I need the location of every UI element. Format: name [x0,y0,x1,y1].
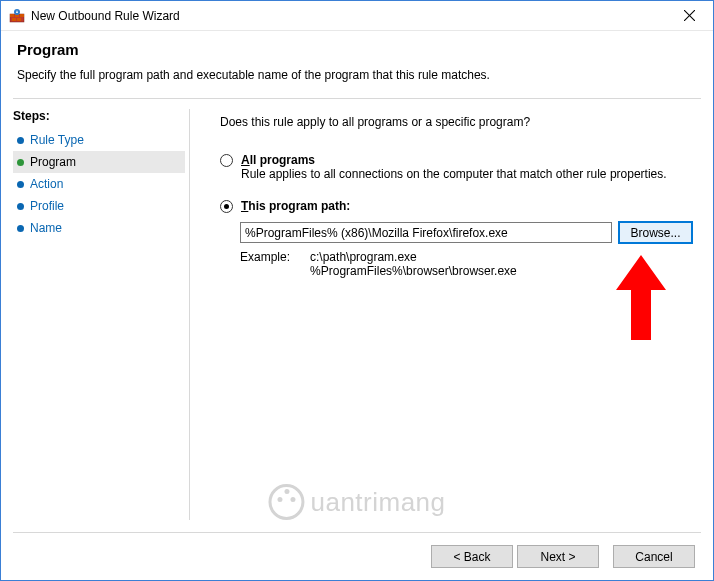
next-button[interactable]: Next > [517,545,599,568]
window-title: New Outbound Rule Wizard [31,9,669,23]
step-program[interactable]: Program [13,151,185,173]
step-name[interactable]: Name [13,217,185,239]
option-this-path[interactable]: This program path: [220,199,693,213]
steps-sidebar: Steps: Rule Type Program Action Profile … [1,99,189,530]
svg-rect-2 [10,14,14,17]
titlebar: New Outbound Rule Wizard [1,1,713,31]
bullet-icon [17,225,24,232]
option-all-mnemonic: A [241,153,250,167]
browse-button[interactable]: Browse... [618,221,693,244]
option-all-desc: Rule applies to all connections on the c… [241,167,667,181]
firewall-icon [9,8,25,24]
step-label: Profile [30,199,64,213]
option-all-label-wrap: All programs Rule applies to all connect… [241,153,667,181]
step-label: Name [30,221,62,235]
page-description: Specify the full program path and execut… [17,68,697,82]
step-label: Action [30,177,63,191]
button-bar: < Back Next > Cancel [13,532,701,580]
option-this-label-wrap: This program path: [241,199,350,213]
back-button[interactable]: < Back [431,545,513,568]
radio-all-programs[interactable] [220,154,233,167]
example-row: Example: c:\path\program.exe %ProgramFil… [240,250,693,278]
option-all-programs-block: All programs Rule applies to all connect… [220,153,693,181]
bullet-icon [17,203,24,210]
main-pane: Does this rule apply to all programs or … [190,99,713,530]
option-this-label: This program path: [241,199,350,213]
close-icon [684,10,695,21]
option-this-path-block: This program path: Browse... Example: c:… [220,199,693,278]
radio-this-path[interactable] [220,200,233,213]
program-path-row: Browse... [240,221,693,244]
step-rule-type[interactable]: Rule Type [13,129,185,151]
example-text: c:\path\program.exe %ProgramFiles%\brows… [310,250,517,278]
cancel-button[interactable]: Cancel [613,545,695,568]
step-label: Rule Type [30,133,84,147]
svg-rect-4 [20,14,24,17]
option-all-label: All programs [241,153,315,167]
svg-rect-6 [17,18,21,21]
close-button[interactable] [669,2,709,30]
program-path-input[interactable] [240,222,612,243]
wizard-body: Steps: Rule Type Program Action Profile … [1,99,713,530]
option-all-label-rest: ll programs [250,153,315,167]
svg-rect-5 [12,18,16,21]
main-prompt: Does this rule apply to all programs or … [220,115,693,129]
bullet-icon [17,159,24,166]
steps-heading: Steps: [13,109,185,123]
wizard-window: New Outbound Rule Wizard Program Specify… [0,0,714,581]
example-label: Example: [240,250,290,278]
step-profile[interactable]: Profile [13,195,185,217]
option-all-programs[interactable]: All programs Rule applies to all connect… [220,153,693,181]
page-title: Program [17,41,697,58]
bullet-icon [17,181,24,188]
step-label: Program [30,155,76,169]
step-action[interactable]: Action [13,173,185,195]
bullet-icon [17,137,24,144]
page-header: Program Specify the full program path an… [1,31,713,94]
option-this-label-rest: his program path: [248,199,350,213]
